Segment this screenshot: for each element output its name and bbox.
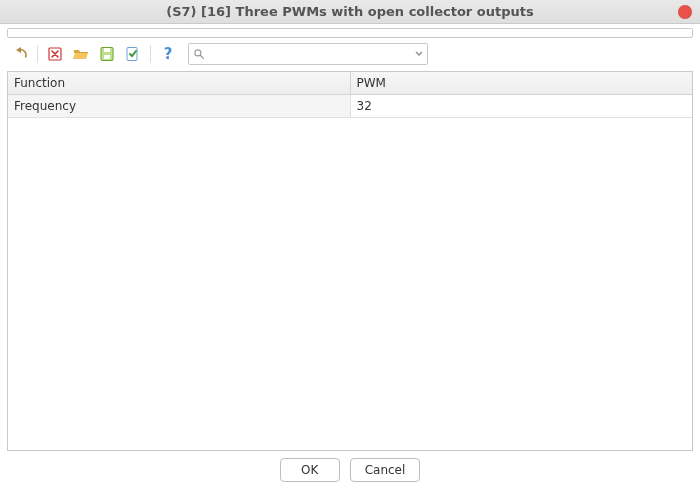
undo-icon (12, 46, 28, 62)
delete-icon (47, 46, 63, 62)
svg-rect-3 (104, 55, 110, 59)
save-button[interactable] (97, 44, 117, 64)
column-header-function[interactable]: Function (8, 72, 350, 95)
search-field[interactable] (188, 43, 428, 65)
open-button[interactable] (71, 44, 91, 64)
row-value[interactable]: 32 (350, 95, 692, 118)
validate-button[interactable] (123, 44, 143, 64)
cancel-button[interactable]: Cancel (350, 458, 421, 482)
search-icon (193, 48, 205, 60)
dialog-buttons: OK Cancel (0, 451, 700, 489)
search-input[interactable] (209, 47, 411, 61)
svg-rect-2 (104, 48, 110, 52)
toolbar-separator (150, 45, 151, 63)
column-header-pwm[interactable]: PWM (350, 72, 692, 95)
validate-icon (125, 46, 141, 62)
help-icon: ? (160, 46, 176, 62)
svg-rect-4 (127, 48, 137, 61)
svg-text:?: ? (164, 46, 173, 62)
help-button[interactable]: ? (158, 44, 178, 64)
window-title: (S7) [16] Three PWMs with open collector… (166, 4, 533, 19)
delete-button[interactable] (45, 44, 65, 64)
toolbar-separator (37, 45, 38, 63)
save-icon (99, 46, 115, 62)
titlebar: (S7) [16] Three PWMs with open collector… (0, 0, 700, 24)
open-folder-icon (73, 46, 89, 62)
close-icon[interactable] (678, 5, 692, 19)
progress-bar (7, 28, 693, 38)
table-row[interactable]: Frequency 32 (8, 95, 692, 118)
undo-button[interactable] (10, 44, 30, 64)
dropdown-chevron-icon[interactable] (415, 50, 423, 58)
svg-point-6 (195, 50, 201, 56)
properties-table: Function PWM Frequency 32 (7, 71, 693, 451)
row-label: Frequency (8, 95, 350, 118)
toolbar: ? (0, 38, 700, 71)
table-empty-area (8, 118, 692, 450)
ok-button[interactable]: OK (280, 458, 340, 482)
